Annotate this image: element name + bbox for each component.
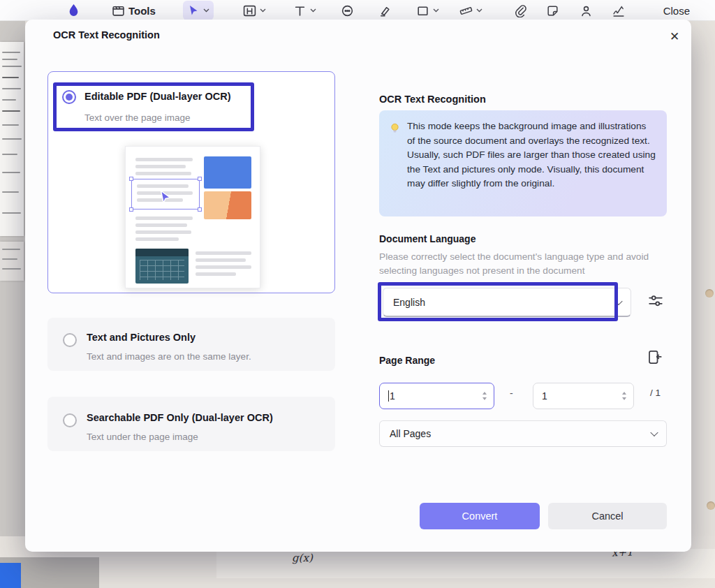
radio-text-pictures[interactable] [63,333,77,347]
pages-scope-select[interactable]: All Pages [379,420,667,447]
document-math-left: g(x) [292,552,313,564]
option-title: Searchable PDF Only (Dual-layer OCR) [87,412,273,423]
radio-editable-pdf[interactable] [62,90,76,104]
person-icon [580,4,593,17]
pages-scope-value: All Pages [390,428,431,439]
option-subtitle: Text and images are on the same layer. [87,351,251,362]
illustration-image-calendar [135,249,189,284]
h-box-icon [243,4,256,17]
option-title: Text and Pictures Only [87,332,196,343]
radio-searchable-pdf[interactable] [63,413,77,427]
close-document-label: Close [663,5,690,17]
chevron-down-icon [650,429,658,436]
highlighter-tool[interactable] [378,0,392,21]
chevron-down-icon [310,8,316,13]
page-from-input[interactable]: 1 [379,383,494,409]
cursor-icon [156,189,175,207]
close-document-button[interactable]: Close [663,0,690,21]
option-editable-pdf[interactable]: Editable PDF (Dual-layer OCR) Text over … [47,71,335,293]
chevron-down-icon [614,297,622,304]
document-language-label: Document Language [379,233,476,244]
settings-heading: OCR Text Recognition [379,94,486,105]
text-caret [388,390,389,402]
paperclip-icon [514,4,527,17]
panel-corner [0,563,21,588]
page-to-value: 1 [542,390,547,402]
language-value: English [393,297,425,308]
ocr-mode-illustration [125,146,260,288]
area-highlight-tool[interactable] [243,0,266,21]
option-searchable-pdf[interactable]: Searchable PDF Only (Dual-layer OCR) Tex… [47,397,335,451]
text-tool[interactable] [293,0,316,21]
sticker-icon [546,4,559,17]
highlighter-icon [378,4,392,17]
page-range-label: Page Range [379,355,435,366]
illustration-image-blue [204,156,251,189]
range-separator: - [510,388,513,399]
option-text-pictures-only[interactable]: Text and Pictures Only Text and images a… [47,318,335,371]
shape-tool[interactable] [416,0,439,21]
paper-texture-dot [705,289,714,297]
lightbulb-icon [389,122,401,135]
convert-button[interactable]: Convert [420,503,540,529]
option-subtitle: Text over the page image [84,112,191,123]
chevron-down-icon [260,8,266,13]
sticker-tool[interactable] [546,0,559,21]
page-range-icon[interactable] [647,349,663,365]
square-icon [416,4,429,17]
thumbnail-panel [0,21,25,559]
chevron-down-icon [433,8,439,13]
top-toolbar: Tools Close [0,0,715,21]
paper-texture-dot [707,501,715,510]
signature-icon [612,4,626,17]
tools-icon [112,4,125,17]
signature-tool[interactable] [612,0,626,21]
app-pen-icon[interactable] [67,0,80,21]
dialog-close-button[interactable]: ✕ [665,27,684,46]
stepper-arrows[interactable] [622,392,626,400]
cancel-button[interactable]: Cancel [548,503,667,529]
total-pages: / 1 [650,388,661,398]
chevron-down-icon [476,8,482,13]
option-title: Editable PDF (Dual-layer OCR) [84,91,230,102]
comment-icon [341,4,354,17]
tools-menu[interactable]: Tools [112,0,156,21]
chevron-down-icon [203,8,209,13]
user-tool[interactable] [580,0,593,21]
attachment-tool[interactable] [514,0,527,21]
tools-label: Tools [128,5,156,17]
stepper-arrows[interactable] [482,392,487,400]
select-tool-active[interactable] [183,1,214,20]
mode-info-text: This mode keeps the background image and… [407,121,656,189]
mode-info-box: This mode keeps the background image and… [379,110,667,216]
text-icon [293,4,307,17]
comment-tool[interactable] [341,0,354,21]
option-subtitle: Text under the page image [87,432,198,442]
measure-tool[interactable] [459,0,482,21]
dialog-title: OCR Text Recognition [53,29,160,41]
page-to-input[interactable]: 1 [533,383,634,409]
pointer-icon [187,4,200,17]
page-thumbnail[interactable] [0,242,24,281]
ruler-icon [459,4,473,17]
page-from-value: 1 [390,390,395,402]
language-select[interactable]: English [383,288,631,317]
page-thumbnail[interactable] [0,42,24,236]
language-options-icon[interactable] [648,293,663,309]
ocr-dialog: OCR Text Recognition ✕ Editable PDF (Dua… [25,20,691,552]
illustration-image-orange [204,191,251,219]
language-hint: Please correctly select the document's l… [379,250,661,278]
